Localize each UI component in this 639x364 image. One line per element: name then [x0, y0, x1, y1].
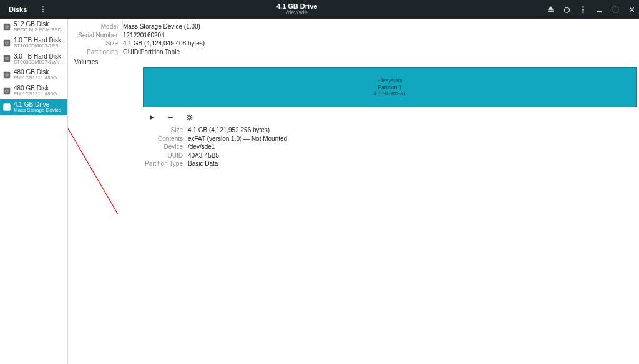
- svg-point-5: [582, 6, 583, 7]
- svg-point-18: [6, 59, 7, 60]
- app-menu-button[interactable]: [36, 6, 51, 13]
- volume-line-fs: Filesystem: [377, 77, 402, 84]
- svg-point-1: [42, 9, 44, 10]
- sidebar-item-text: 1.0 TB Hard DiskST1000DM003-1ER162: [14, 37, 65, 49]
- sidebar-item-drive[interactable]: 480 GB DiskPNY CS1311 480GB SSD: [0, 83, 67, 99]
- info-label: UUID: [139, 151, 183, 160]
- info-label: Size: [74, 39, 118, 48]
- minimize-button[interactable]: [592, 0, 607, 19]
- drive-sidebar: 512 GB DiskSPCC M.2 PCIe SSD1.0 TB Hard …: [0, 19, 68, 364]
- drive-info: Model Mass Storage Device (1.00) Serial …: [68, 19, 639, 59]
- svg-point-2: [42, 11, 44, 12]
- body: 512 GB DiskSPCC M.2 PCIe SSD1.0 TB Hard …: [0, 19, 639, 364]
- sidebar-item-name: 480 GB Disk: [14, 69, 65, 75]
- sidebar-item-name: 4.1 GB Drive: [14, 101, 61, 108]
- info-label: Size: [139, 126, 183, 135]
- header-drive-path: /dev/sde: [286, 10, 308, 16]
- header-bar: Disks 4.1 GB Drive /dev/sde: [0, 0, 639, 19]
- drive-menu-button[interactable]: [575, 0, 590, 19]
- header-center: 4.1 GB Drive /dev/sde: [51, 0, 543, 19]
- info-value: 4.1 GB (4,121,952,256 bytes): [188, 126, 270, 135]
- sidebar-item-drive[interactable]: 480 GB DiskPNY CS1311 480GB SSD: [0, 67, 67, 83]
- mount-button[interactable]: [147, 112, 157, 122]
- info-value: 4.1 GB (4,124,049,408 bytes): [123, 39, 205, 48]
- sidebar-item-drive[interactable]: 1.0 TB Hard DiskST1000DM003-1ER162: [0, 35, 67, 51]
- svg-point-24: [6, 90, 7, 92]
- power-button[interactable]: [559, 0, 574, 19]
- info-row-size: Size 4.1 GB (4,124,049,408 bytes): [74, 39, 633, 48]
- info-label: Device: [139, 143, 183, 151]
- svg-point-6: [582, 9, 583, 10]
- sidebar-item-sub: PNY CS1311 480GB SSD: [14, 92, 65, 97]
- svg-point-7: [582, 11, 583, 12]
- eject-button[interactable]: [543, 0, 558, 19]
- sidebar-item-sub: Mass Storage Device: [14, 108, 61, 113]
- pinfo-row-size: Size 4.1 GB (4,121,952,256 bytes): [139, 126, 639, 135]
- volumes-heading: Volumes: [68, 59, 639, 67]
- info-label: Serial Number: [74, 31, 118, 40]
- info-value: Basic Data: [188, 160, 218, 168]
- svg-point-15: [6, 42, 7, 44]
- info-label: Model: [74, 22, 118, 31]
- header-actions: [543, 0, 639, 19]
- hard-disk-icon: [2, 39, 11, 47]
- sidebar-item-text: 512 GB DiskSPCC M.2 PCIe SSD: [14, 21, 61, 33]
- sidebar-item-text: 480 GB DiskPNY CS1311 480GB SSD: [14, 69, 65, 81]
- close-button[interactable]: [624, 0, 639, 19]
- sidebar-item-sub: ST1000DM003-1ER162: [14, 44, 65, 49]
- maximize-button[interactable]: [608, 0, 623, 19]
- volume-options-button[interactable]: [184, 112, 194, 122]
- info-label: Partition Type: [139, 160, 183, 168]
- hard-disk-icon: [2, 87, 11, 95]
- volume-toolbar: [143, 110, 639, 125]
- sidebar-item-sub: PNY CS1311 480GB SSD: [14, 75, 65, 81]
- sidebar-item-name: 3.0 TB Hard Disk: [14, 53, 65, 60]
- sidebar-item-name: 1.0 TB Hard Disk: [14, 37, 65, 44]
- info-value: Mass Storage Device (1.00): [123, 22, 200, 31]
- sidebar-item-drive[interactable]: 3.0 TB Hard DiskST3000DM007-1WY10G: [0, 51, 67, 67]
- info-row-serial: Serial Number 121220160204: [74, 31, 633, 40]
- main-panel: Model Mass Storage Device (1.00) Serial …: [68, 19, 639, 364]
- sidebar-item-name: 480 GB Disk: [14, 85, 65, 92]
- sidebar-item-text: 3.0 TB Hard DiskST3000DM007-1WY10G: [14, 53, 65, 65]
- app-title: Disks: [0, 6, 36, 13]
- svg-rect-9: [613, 7, 618, 12]
- info-label: Contents: [139, 135, 183, 143]
- svg-point-21: [6, 74, 7, 75]
- pinfo-row-ptype: Partition Type Basic Data: [139, 160, 639, 168]
- info-row-partitioning: Partitioning GUID Partition Table: [74, 48, 633, 57]
- hard-disk-icon: [2, 70, 11, 79]
- info-value: /dev/sde1: [188, 143, 215, 151]
- sidebar-item-name: 512 GB Disk: [14, 21, 61, 27]
- pinfo-row-uuid: UUID 40A3-45B5: [139, 151, 639, 160]
- info-row-model: Model Mass Storage Device (1.00): [74, 22, 633, 31]
- svg-point-12: [6, 26, 7, 27]
- sidebar-item-text: 4.1 GB DriveMass Storage Device: [14, 101, 61, 113]
- delete-partition-button[interactable]: [165, 112, 175, 122]
- sidebar-item-text: 480 GB DiskPNY CS1311 480GB SSD: [14, 85, 65, 97]
- volume-partition-1[interactable]: Filesystem Partition 1 4.1 GB exFAT: [144, 68, 636, 107]
- header-left: Disks: [0, 0, 51, 19]
- svg-rect-26: [168, 117, 173, 117]
- pinfo-row-contents: Contents exFAT (version 1.0) — Not Mount…: [139, 135, 639, 143]
- sidebar-item-sub: SPCC M.2 PCIe SSD: [14, 27, 61, 33]
- svg-point-27: [188, 116, 191, 119]
- sidebar-item-drive[interactable]: 4.1 GB DriveMass Storage Device: [0, 99, 67, 115]
- info-value: 40A3-45B5: [188, 151, 219, 160]
- info-value: 121220160204: [123, 31, 165, 40]
- removable-drive-icon: [2, 103, 11, 112]
- hard-disk-icon: [2, 54, 11, 63]
- volume-line-size: 4.1 GB exFAT: [373, 90, 406, 97]
- svg-rect-8: [597, 11, 602, 12]
- info-label: Partitioning: [74, 48, 118, 57]
- pinfo-row-device: Device /dev/sde1: [139, 143, 639, 151]
- svg-point-0: [42, 6, 44, 7]
- sidebar-item-drive[interactable]: 512 GB DiskSPCC M.2 PCIe SSD: [0, 19, 67, 35]
- hard-disk-icon: [2, 22, 11, 31]
- info-value: exFAT (version 1.0) — Not Mounted: [188, 135, 287, 143]
- volume-map: Filesystem Partition 1 4.1 GB exFAT: [143, 67, 637, 107]
- volume-line-name: Partition 1: [378, 84, 401, 91]
- info-value: GUID Partition Table: [123, 48, 180, 57]
- partition-info: Size 4.1 GB (4,121,952,256 bytes) Conten…: [68, 126, 639, 168]
- sidebar-item-sub: ST3000DM007-1WY10G: [14, 60, 65, 65]
